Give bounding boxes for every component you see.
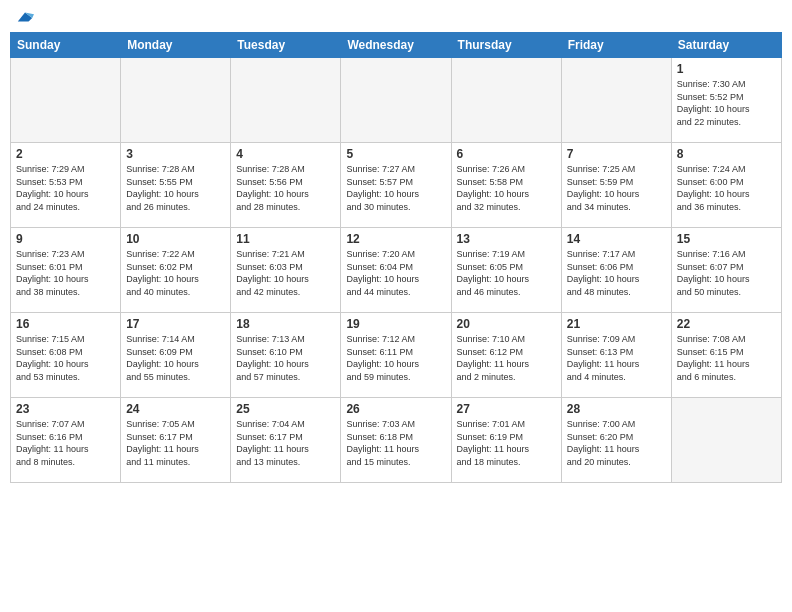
day-number: 27 bbox=[457, 402, 556, 416]
day-number: 23 bbox=[16, 402, 115, 416]
calendar-cell: 9Sunrise: 7:23 AM Sunset: 6:01 PM Daylig… bbox=[11, 228, 121, 313]
day-number: 21 bbox=[567, 317, 666, 331]
day-number: 26 bbox=[346, 402, 445, 416]
calendar-cell bbox=[121, 58, 231, 143]
page-header bbox=[10, 10, 782, 24]
calendar-cell: 7Sunrise: 7:25 AM Sunset: 5:59 PM Daylig… bbox=[561, 143, 671, 228]
calendar-cell: 3Sunrise: 7:28 AM Sunset: 5:55 PM Daylig… bbox=[121, 143, 231, 228]
day-number: 6 bbox=[457, 147, 556, 161]
calendar-cell: 27Sunrise: 7:01 AM Sunset: 6:19 PM Dayli… bbox=[451, 398, 561, 483]
calendar-cell: 6Sunrise: 7:26 AM Sunset: 5:58 PM Daylig… bbox=[451, 143, 561, 228]
day-number: 4 bbox=[236, 147, 335, 161]
calendar-cell bbox=[561, 58, 671, 143]
day-info: Sunrise: 7:07 AM Sunset: 6:16 PM Dayligh… bbox=[16, 418, 115, 468]
day-info: Sunrise: 7:09 AM Sunset: 6:13 PM Dayligh… bbox=[567, 333, 666, 383]
day-info: Sunrise: 7:23 AM Sunset: 6:01 PM Dayligh… bbox=[16, 248, 115, 298]
day-number: 9 bbox=[16, 232, 115, 246]
day-info: Sunrise: 7:20 AM Sunset: 6:04 PM Dayligh… bbox=[346, 248, 445, 298]
day-info: Sunrise: 7:05 AM Sunset: 6:17 PM Dayligh… bbox=[126, 418, 225, 468]
calendar-cell: 10Sunrise: 7:22 AM Sunset: 6:02 PM Dayli… bbox=[121, 228, 231, 313]
calendar-cell: 19Sunrise: 7:12 AM Sunset: 6:11 PM Dayli… bbox=[341, 313, 451, 398]
day-number: 12 bbox=[346, 232, 445, 246]
day-number: 18 bbox=[236, 317, 335, 331]
column-header-saturday: Saturday bbox=[671, 33, 781, 58]
calendar-cell: 20Sunrise: 7:10 AM Sunset: 6:12 PM Dayli… bbox=[451, 313, 561, 398]
calendar-cell bbox=[341, 58, 451, 143]
day-number: 3 bbox=[126, 147, 225, 161]
week-row-5: 23Sunrise: 7:07 AM Sunset: 6:16 PM Dayli… bbox=[11, 398, 782, 483]
column-header-thursday: Thursday bbox=[451, 33, 561, 58]
day-info: Sunrise: 7:15 AM Sunset: 6:08 PM Dayligh… bbox=[16, 333, 115, 383]
day-info: Sunrise: 7:22 AM Sunset: 6:02 PM Dayligh… bbox=[126, 248, 225, 298]
day-number: 24 bbox=[126, 402, 225, 416]
day-number: 14 bbox=[567, 232, 666, 246]
week-row-1: 1Sunrise: 7:30 AM Sunset: 5:52 PM Daylig… bbox=[11, 58, 782, 143]
day-info: Sunrise: 7:08 AM Sunset: 6:15 PM Dayligh… bbox=[677, 333, 776, 383]
day-info: Sunrise: 7:03 AM Sunset: 6:18 PM Dayligh… bbox=[346, 418, 445, 468]
day-number: 5 bbox=[346, 147, 445, 161]
calendar-cell: 16Sunrise: 7:15 AM Sunset: 6:08 PM Dayli… bbox=[11, 313, 121, 398]
day-number: 10 bbox=[126, 232, 225, 246]
day-number: 25 bbox=[236, 402, 335, 416]
day-number: 16 bbox=[16, 317, 115, 331]
day-info: Sunrise: 7:16 AM Sunset: 6:07 PM Dayligh… bbox=[677, 248, 776, 298]
week-row-3: 9Sunrise: 7:23 AM Sunset: 6:01 PM Daylig… bbox=[11, 228, 782, 313]
calendar-cell: 21Sunrise: 7:09 AM Sunset: 6:13 PM Dayli… bbox=[561, 313, 671, 398]
calendar-cell: 11Sunrise: 7:21 AM Sunset: 6:03 PM Dayli… bbox=[231, 228, 341, 313]
day-number: 15 bbox=[677, 232, 776, 246]
calendar-header-row: SundayMondayTuesdayWednesdayThursdayFrid… bbox=[11, 33, 782, 58]
calendar-cell: 13Sunrise: 7:19 AM Sunset: 6:05 PM Dayli… bbox=[451, 228, 561, 313]
day-number: 13 bbox=[457, 232, 556, 246]
day-info: Sunrise: 7:30 AM Sunset: 5:52 PM Dayligh… bbox=[677, 78, 776, 128]
week-row-4: 16Sunrise: 7:15 AM Sunset: 6:08 PM Dayli… bbox=[11, 313, 782, 398]
day-info: Sunrise: 7:04 AM Sunset: 6:17 PM Dayligh… bbox=[236, 418, 335, 468]
calendar-cell: 8Sunrise: 7:24 AM Sunset: 6:00 PM Daylig… bbox=[671, 143, 781, 228]
calendar-cell: 5Sunrise: 7:27 AM Sunset: 5:57 PM Daylig… bbox=[341, 143, 451, 228]
day-number: 1 bbox=[677, 62, 776, 76]
calendar-cell bbox=[231, 58, 341, 143]
day-info: Sunrise: 7:01 AM Sunset: 6:19 PM Dayligh… bbox=[457, 418, 556, 468]
day-info: Sunrise: 7:14 AM Sunset: 6:09 PM Dayligh… bbox=[126, 333, 225, 383]
day-number: 17 bbox=[126, 317, 225, 331]
day-info: Sunrise: 7:27 AM Sunset: 5:57 PM Dayligh… bbox=[346, 163, 445, 213]
calendar-cell: 15Sunrise: 7:16 AM Sunset: 6:07 PM Dayli… bbox=[671, 228, 781, 313]
day-info: Sunrise: 7:21 AM Sunset: 6:03 PM Dayligh… bbox=[236, 248, 335, 298]
calendar-cell: 23Sunrise: 7:07 AM Sunset: 6:16 PM Dayli… bbox=[11, 398, 121, 483]
day-number: 28 bbox=[567, 402, 666, 416]
day-number: 19 bbox=[346, 317, 445, 331]
calendar-cell bbox=[671, 398, 781, 483]
calendar-cell: 2Sunrise: 7:29 AM Sunset: 5:53 PM Daylig… bbox=[11, 143, 121, 228]
day-number: 22 bbox=[677, 317, 776, 331]
calendar-table: SundayMondayTuesdayWednesdayThursdayFrid… bbox=[10, 32, 782, 483]
calendar-cell: 24Sunrise: 7:05 AM Sunset: 6:17 PM Dayli… bbox=[121, 398, 231, 483]
day-info: Sunrise: 7:29 AM Sunset: 5:53 PM Dayligh… bbox=[16, 163, 115, 213]
day-info: Sunrise: 7:28 AM Sunset: 5:56 PM Dayligh… bbox=[236, 163, 335, 213]
calendar-cell: 25Sunrise: 7:04 AM Sunset: 6:17 PM Dayli… bbox=[231, 398, 341, 483]
calendar-cell: 22Sunrise: 7:08 AM Sunset: 6:15 PM Dayli… bbox=[671, 313, 781, 398]
day-number: 20 bbox=[457, 317, 556, 331]
logo-icon bbox=[16, 10, 34, 24]
day-number: 7 bbox=[567, 147, 666, 161]
calendar-cell: 18Sunrise: 7:13 AM Sunset: 6:10 PM Dayli… bbox=[231, 313, 341, 398]
calendar-cell: 12Sunrise: 7:20 AM Sunset: 6:04 PM Dayli… bbox=[341, 228, 451, 313]
day-info: Sunrise: 7:24 AM Sunset: 6:00 PM Dayligh… bbox=[677, 163, 776, 213]
day-info: Sunrise: 7:28 AM Sunset: 5:55 PM Dayligh… bbox=[126, 163, 225, 213]
day-number: 11 bbox=[236, 232, 335, 246]
column-header-wednesday: Wednesday bbox=[341, 33, 451, 58]
calendar-cell bbox=[11, 58, 121, 143]
calendar-cell: 1Sunrise: 7:30 AM Sunset: 5:52 PM Daylig… bbox=[671, 58, 781, 143]
day-info: Sunrise: 7:17 AM Sunset: 6:06 PM Dayligh… bbox=[567, 248, 666, 298]
column-header-tuesday: Tuesday bbox=[231, 33, 341, 58]
calendar-cell: 14Sunrise: 7:17 AM Sunset: 6:06 PM Dayli… bbox=[561, 228, 671, 313]
week-row-2: 2Sunrise: 7:29 AM Sunset: 5:53 PM Daylig… bbox=[11, 143, 782, 228]
day-info: Sunrise: 7:25 AM Sunset: 5:59 PM Dayligh… bbox=[567, 163, 666, 213]
day-info: Sunrise: 7:26 AM Sunset: 5:58 PM Dayligh… bbox=[457, 163, 556, 213]
day-info: Sunrise: 7:10 AM Sunset: 6:12 PM Dayligh… bbox=[457, 333, 556, 383]
column-header-sunday: Sunday bbox=[11, 33, 121, 58]
day-info: Sunrise: 7:19 AM Sunset: 6:05 PM Dayligh… bbox=[457, 248, 556, 298]
day-info: Sunrise: 7:13 AM Sunset: 6:10 PM Dayligh… bbox=[236, 333, 335, 383]
day-info: Sunrise: 7:00 AM Sunset: 6:20 PM Dayligh… bbox=[567, 418, 666, 468]
day-number: 8 bbox=[677, 147, 776, 161]
column-header-monday: Monday bbox=[121, 33, 231, 58]
column-header-friday: Friday bbox=[561, 33, 671, 58]
